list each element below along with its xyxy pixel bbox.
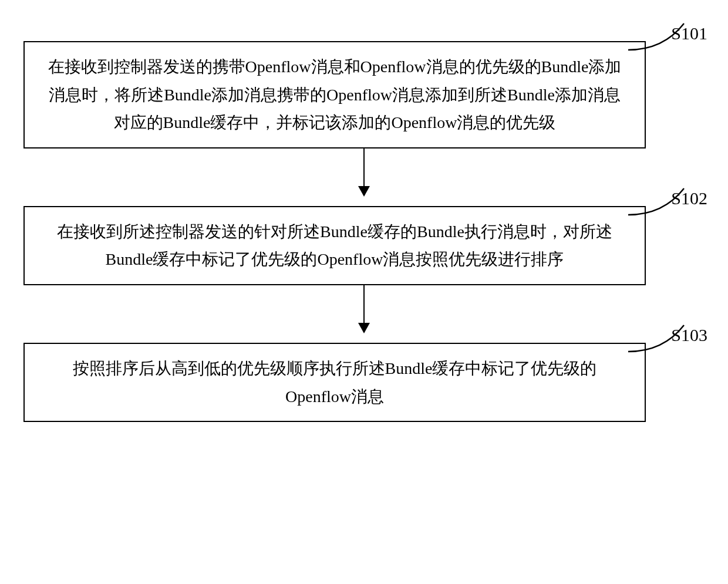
arrow-s101-to-s102 bbox=[363, 148, 365, 195]
step-label-s102: S102 bbox=[671, 188, 707, 208]
flowchart-container: 在接收到控制器发送的携带Openflow消息和Openflow消息的优先级的Bu… bbox=[23, 18, 705, 422]
step-s101-wrapper: 在接收到控制器发送的携带Openflow消息和Openflow消息的优先级的Bu… bbox=[23, 41, 705, 148]
step-box-s102: 在接收到所述控制器发送的针对所述Bundle缓存的Bundle执行消息时，对所述… bbox=[23, 206, 646, 285]
step-text-s103: 按照排序后从高到低的优先级顺序执行所述Bundle缓存中标记了优先级的Openf… bbox=[73, 359, 597, 406]
step-text-s101: 在接收到控制器发送的携带Openflow消息和Openflow消息的优先级的Bu… bbox=[48, 58, 622, 131]
step-label-s103: S103 bbox=[671, 325, 707, 345]
step-box-s103: 按照排序后从高到低的优先级顺序执行所述Bundle缓存中标记了优先级的Openf… bbox=[23, 343, 646, 422]
step-box-s101: 在接收到控制器发送的携带Openflow消息和Openflow消息的优先级的Bu… bbox=[23, 41, 646, 148]
step-s102-wrapper: 在接收到所述控制器发送的针对所述Bundle缓存的Bundle执行消息时，对所述… bbox=[23, 206, 705, 285]
step-text-s102: 在接收到所述控制器发送的针对所述Bundle缓存的Bundle执行消息时，对所述… bbox=[57, 222, 612, 269]
arrow-s102-to-s103 bbox=[363, 285, 365, 332]
step-s103-wrapper: 按照排序后从高到低的优先级顺序执行所述Bundle缓存中标记了优先级的Openf… bbox=[23, 343, 705, 422]
step-label-s101: S101 bbox=[671, 23, 707, 43]
